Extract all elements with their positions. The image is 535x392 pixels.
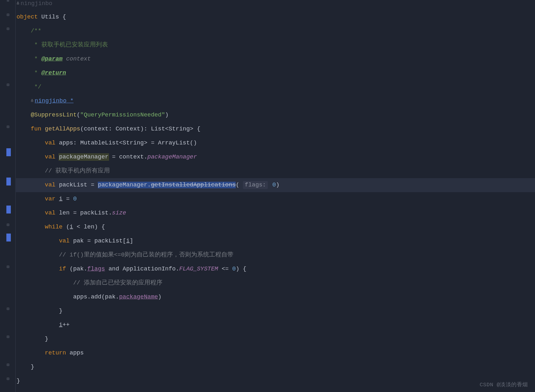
change-marker bbox=[6, 234, 11, 242]
code-line[interactable]: // if()里的值如果<=0则为自己装的程序，否则为系统工程自带 bbox=[15, 248, 535, 262]
fold-end-icon[interactable]: ⊟ bbox=[6, 362, 10, 368]
code-line[interactable]: @SuppressLint("QueryPermissionsNeeded") bbox=[15, 108, 535, 122]
code-editor[interactable]: ≛ ⊟ ⊟ ⊟ ⊟ ⊟ ⊟ ⊟ ⊟ ⊟ ⊟ ≛ningjinbo object … bbox=[0, 0, 535, 392]
code-line[interactable]: } bbox=[15, 374, 535, 388]
code-line[interactable]: val len = packList.size bbox=[15, 206, 535, 220]
code-line[interactable]: var i = 0 bbox=[15, 192, 535, 206]
code-line[interactable]: // 获取手机内所有应用 bbox=[15, 164, 535, 178]
code-line[interactable]: object Utils { bbox=[15, 10, 535, 24]
fold-icon[interactable]: ⊟ bbox=[6, 12, 10, 18]
change-marker bbox=[6, 148, 11, 156]
code-line[interactable]: apps.add(pak.packageName) bbox=[15, 290, 535, 304]
fold-icon[interactable]: ⊟ bbox=[6, 222, 10, 228]
fold-end-icon[interactable]: ⊟ bbox=[6, 82, 10, 88]
code-line[interactable]: if (pak.flags and ApplicationInfo.FLAG_S… bbox=[15, 262, 535, 276]
fold-icon[interactable]: ⊟ bbox=[6, 124, 10, 130]
code-line[interactable]: /** bbox=[15, 24, 535, 38]
code-line[interactable]: } bbox=[15, 304, 535, 318]
code-line[interactable]: val pak = packList[i] bbox=[15, 234, 535, 248]
gutter: ≛ ⊟ ⊟ ⊟ ⊟ ⊟ ⊟ ⊟ ⊟ ⊟ ⊟ bbox=[0, 0, 15, 392]
code-line[interactable]: // 添加自己已经安装的应用程序 bbox=[15, 276, 535, 290]
parameter-hint: flags: bbox=[243, 181, 268, 189]
code-line[interactable]: return apps bbox=[15, 346, 535, 360]
change-marker bbox=[6, 178, 11, 186]
code-line[interactable]: } bbox=[15, 332, 535, 346]
fold-end-icon[interactable]: ⊟ bbox=[6, 334, 10, 340]
code-line[interactable]: i++ bbox=[15, 318, 535, 332]
author-icon: ≛ bbox=[6, 0, 10, 4]
code-line[interactable]: * 获取手机已安装应用列表 bbox=[15, 38, 535, 52]
code-line[interactable]: * @param context bbox=[15, 52, 535, 66]
code-line[interactable]: * @return bbox=[15, 66, 535, 80]
fold-icon[interactable]: ⊟ bbox=[6, 264, 10, 270]
code-line[interactable]: val apps: MutableList<String> = ArrayLis… bbox=[15, 136, 535, 150]
person-icon: ≛ bbox=[31, 99, 33, 104]
code-line[interactable]: val packageManager = context.packageMana… bbox=[15, 150, 535, 164]
code-area[interactable]: ≛ningjinbo object Utils { /** * 获取手机已安装应… bbox=[15, 0, 535, 388]
code-line[interactable]: fun getAllApps(context: Context): List<S… bbox=[15, 122, 535, 136]
vcs-author-hint: ≛ningjinbo bbox=[15, 0, 535, 10]
fold-end-icon[interactable]: ⊟ bbox=[6, 376, 10, 382]
code-line[interactable]: */ bbox=[15, 80, 535, 94]
vcs-author-inline[interactable]: ≛ningjinbo * bbox=[15, 94, 535, 108]
code-line[interactable]: } bbox=[15, 360, 535, 374]
watermark: CSDN @淡淡的香烟 bbox=[480, 381, 528, 388]
code-line[interactable]: while (i < len) { bbox=[15, 220, 535, 234]
change-marker bbox=[6, 206, 11, 214]
fold-icon[interactable]: ⊟ bbox=[6, 26, 10, 32]
fold-end-icon[interactable]: ⊟ bbox=[6, 306, 10, 312]
code-line-current[interactable]: val packList = packageManager.getInstall… bbox=[15, 178, 535, 192]
